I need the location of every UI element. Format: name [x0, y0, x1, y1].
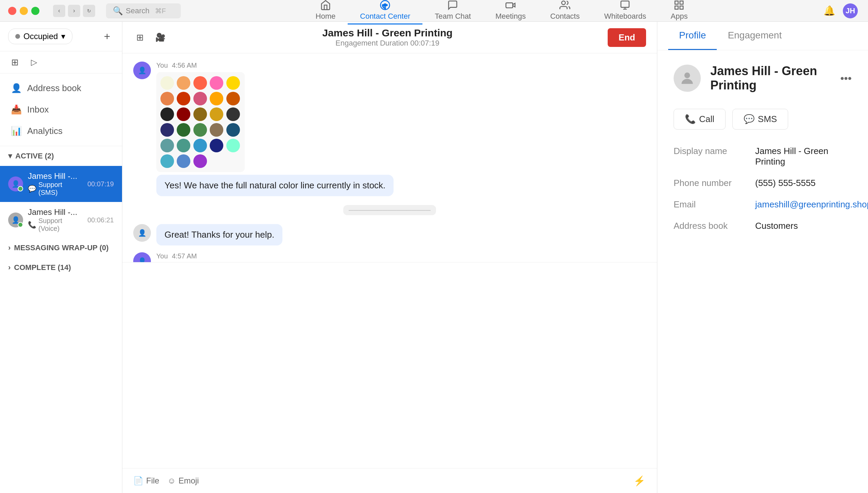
emoji-button[interactable]: ☺ Emoji [168, 476, 199, 486]
palette-color-circle [160, 76, 174, 90]
chevron-right-icon: › [8, 243, 11, 252]
nav-contact-center[interactable]: Contact Center [348, 0, 422, 24]
nav-contacts[interactable]: Contacts [538, 0, 592, 24]
message-row-1: 👤 You 4:56 AM Yes! We have the full natu… [133, 62, 646, 196]
msg-meta-3: You 4:57 AM [156, 252, 427, 260]
conversation-item-voice[interactable]: 👤 James Hill -... 📞 Support (Voice) 00:0… [0, 202, 122, 238]
palette-color-circle [177, 76, 190, 90]
video-view-button[interactable]: ▷ [27, 55, 41, 69]
tab-engagement[interactable]: Engagement [717, 22, 793, 50]
palette-color-circle [210, 76, 223, 90]
display-name-label: Display name [674, 146, 748, 167]
call-icon: 📞 [685, 114, 696, 124]
msg-sender-icon-3: 👤 [138, 257, 146, 262]
palette-color-circle [210, 107, 223, 121]
sidebar-item-inbox[interactable]: 📥 Inbox [0, 99, 122, 120]
conv-avatar-1: 👤 [8, 176, 23, 191]
sidebar-item-address-book[interactable]: 👤 Address book [0, 78, 122, 99]
search-bar[interactable]: 🔍 Search ⌘F [106, 3, 181, 18]
main-layout: Occupied ▾ + ⊞ ▷ 👤 Address book 📥 Inbox … [0, 22, 868, 493]
nav-arrows: ‹ › ↻ [48, 5, 101, 17]
tab-profile[interactable]: Profile [668, 22, 717, 50]
active-section-header[interactable]: ▾ ACTIVE (2) [0, 146, 122, 166]
palette-color-circle [177, 107, 190, 121]
back-button[interactable]: ‹ [53, 5, 65, 17]
chat-video-icon[interactable]: 🎥 [154, 31, 167, 44]
chat-footer: 📄 File ☺ Emoji ⚡ [122, 468, 657, 493]
palette-color-circle [226, 123, 240, 137]
palette-color-circle [210, 123, 223, 137]
traffic-lights [0, 7, 48, 15]
phone-label: Phone number [674, 178, 748, 188]
nav-contact-center-label: Contact Center [360, 12, 410, 21]
end-button[interactable]: End [608, 28, 646, 47]
nav-apps[interactable]: Apps [658, 0, 700, 24]
sidebar-item-analytics[interactable]: 📊 Analytics [0, 120, 122, 142]
nav-whiteboards[interactable]: Whiteboards [592, 0, 659, 24]
profile-header: James Hill - Green Printing ••• [674, 64, 852, 92]
forward-button[interactable]: › [68, 5, 80, 17]
more-options-button[interactable]: ••• [840, 72, 852, 85]
call-button[interactable]: 📞 Call [674, 109, 726, 130]
chevron-right-icon-2: › [8, 263, 11, 272]
palette-color-circle [193, 92, 207, 105]
sidebar-top: Occupied ▾ + [0, 22, 122, 51]
engagement-time: 00:07:19 [410, 39, 439, 47]
nav-team-chat[interactable]: Team Chat [422, 0, 483, 24]
inbox-icon: 📥 [11, 104, 22, 115]
msg-time-1: 4:56 AM [172, 62, 197, 69]
user-avatar[interactable]: JH [843, 3, 858, 18]
wrap-up-section-header[interactable]: › MESSAGING WRAP-UP (0) [0, 238, 122, 258]
conv-status-badge [18, 186, 23, 191]
conv-name-1: James Hill -... [28, 171, 83, 181]
svg-point-2 [562, 1, 566, 5]
nav-home-label: Home [316, 12, 336, 21]
nav-meetings[interactable]: Meetings [483, 0, 538, 24]
notification-button[interactable]: 🔔 [822, 4, 836, 18]
conv-time-2: 00:06:21 [87, 216, 114, 224]
sidebar: Occupied ▾ + ⊞ ▷ 👤 Address book 📥 Inbox … [0, 22, 122, 493]
conv-info-1: James Hill -... 💬 Support (SMS) [28, 171, 83, 197]
send-button[interactable]: ⚡ [632, 474, 646, 488]
chat-title: James Hill - Green Printing Engagement D… [167, 27, 608, 48]
conv-status-badge-2 [18, 222, 23, 227]
palette-color-circle [226, 139, 240, 152]
sms-button[interactable]: 💬 SMS [732, 109, 788, 130]
sidebar-item-address-book-label: Address book [27, 83, 81, 94]
close-button[interactable] [8, 7, 16, 15]
sms-icon: 💬 [744, 114, 754, 124]
profile-fields: Display name James Hill - Green Printing… [674, 146, 852, 231]
msg-content-3: You 4:57 AM Happy to help! Is there anyt… [156, 252, 427, 262]
nav-home[interactable]: Home [303, 0, 348, 24]
nav-team-chat-label: Team Chat [435, 12, 471, 21]
status-selector[interactable]: Occupied ▾ [8, 29, 72, 44]
msg-content-2: Great! Thanks for your help. [156, 224, 282, 245]
palette-color-circle [193, 76, 207, 90]
list-view-button[interactable]: ⊞ [8, 55, 22, 69]
complete-section-header[interactable]: › COMPLETE (14) [0, 258, 122, 277]
email-value[interactable]: jameshill@greenprinting.shop [755, 199, 868, 210]
sidebar-menu: 👤 Address book 📥 Inbox 📊 Analytics [0, 73, 122, 146]
refresh-button[interactable]: ↻ [83, 5, 95, 17]
email-label: Email [674, 199, 748, 210]
minimize-button[interactable] [20, 7, 28, 15]
call-label: Call [699, 114, 714, 124]
maximize-button[interactable] [31, 7, 39, 15]
add-button[interactable]: + [100, 30, 114, 43]
chat-header: ⊞ 🎥 James Hill - Green Printing Engageme… [122, 22, 657, 53]
titlebar: ‹ › ↻ 🔍 Search ⌘F Home Contact Center Te… [0, 0, 868, 22]
msg-avatar-2: 👤 [133, 224, 151, 242]
emoji-label: Emoji [178, 476, 199, 486]
chat-input-area[interactable] [122, 262, 657, 469]
chat-list-icon[interactable]: ⊞ [133, 31, 147, 44]
palette-color-circle [210, 92, 223, 105]
palette-color-circle [177, 139, 190, 152]
search-icon: 🔍 [113, 6, 123, 16]
palette-color-circle [210, 139, 223, 152]
palette-color-circle [177, 92, 190, 105]
svg-point-8 [684, 72, 690, 78]
conv-sub-2: 📞 Support (Voice) [28, 217, 83, 233]
conversation-item-sms[interactable]: 👤 James Hill -... 💬 Support (SMS) 00:07:… [0, 166, 122, 202]
file-button[interactable]: 📄 File [133, 476, 159, 486]
palette-color-circle [177, 123, 190, 137]
